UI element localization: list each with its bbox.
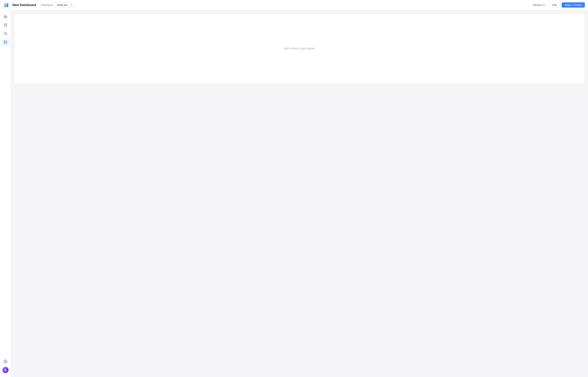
dashboard-canvas: Add a block to get started bbox=[14, 13, 585, 83]
sidebar-item-home[interactable] bbox=[1, 12, 9, 20]
avatar-image bbox=[2, 367, 9, 373]
database-icon bbox=[3, 23, 7, 27]
settings-button[interactable] bbox=[1, 357, 9, 365]
main-content: Add a block to get started bbox=[11, 10, 588, 377]
svg-rect-7 bbox=[6, 41, 7, 42]
sidebar-bottom bbox=[1, 357, 9, 375]
users-icon bbox=[3, 32, 7, 35]
viewing-as-section: Viewing as Acme Inc. bbox=[41, 2, 74, 7]
page-title: New Dashboard bbox=[12, 3, 36, 7]
svg-rect-1 bbox=[4, 5, 6, 7]
version-button[interactable]: Version 0 ▾ bbox=[531, 2, 548, 8]
share-embed-button[interactable]: Share / Embed bbox=[562, 2, 585, 8]
svg-rect-9 bbox=[6, 43, 7, 44]
svg-rect-2 bbox=[7, 3, 8, 7]
svg-point-11 bbox=[5, 369, 6, 370]
empty-message: Add a block to get started bbox=[284, 47, 315, 50]
header: New Dashboard Viewing as Acme Inc. Versi… bbox=[0, 0, 588, 10]
svg-point-4 bbox=[4, 24, 7, 24]
main-layout: Add a block to get started bbox=[0, 10, 588, 377]
svg-rect-6 bbox=[4, 41, 5, 42]
svg-point-5 bbox=[4, 32, 6, 34]
gear-icon bbox=[3, 359, 7, 363]
sidebar-nav bbox=[1, 12, 9, 357]
svg-rect-3 bbox=[4, 3, 6, 4]
home-icon bbox=[3, 14, 7, 18]
user-avatar[interactable] bbox=[2, 367, 9, 373]
header-actions: Version 0 ▾ Edit Share / Embed bbox=[531, 2, 585, 8]
sidebar bbox=[0, 10, 11, 377]
chevron-down-icon: ▾ bbox=[544, 4, 545, 6]
svg-rect-8 bbox=[4, 43, 5, 44]
svg-point-10 bbox=[5, 361, 6, 362]
dashboards-icon bbox=[3, 40, 7, 44]
org-select[interactable]: Acme Inc. bbox=[55, 2, 74, 7]
sidebar-item-users[interactable] bbox=[1, 30, 9, 37]
edit-button[interactable]: Edit bbox=[549, 2, 560, 8]
sidebar-item-dashboards[interactable] bbox=[1, 38, 9, 46]
sidebar-item-database[interactable] bbox=[1, 21, 9, 29]
viewing-as-label: Viewing as bbox=[41, 3, 53, 6]
app-logo bbox=[3, 2, 9, 8]
version-label: Version 0 bbox=[533, 3, 543, 6]
